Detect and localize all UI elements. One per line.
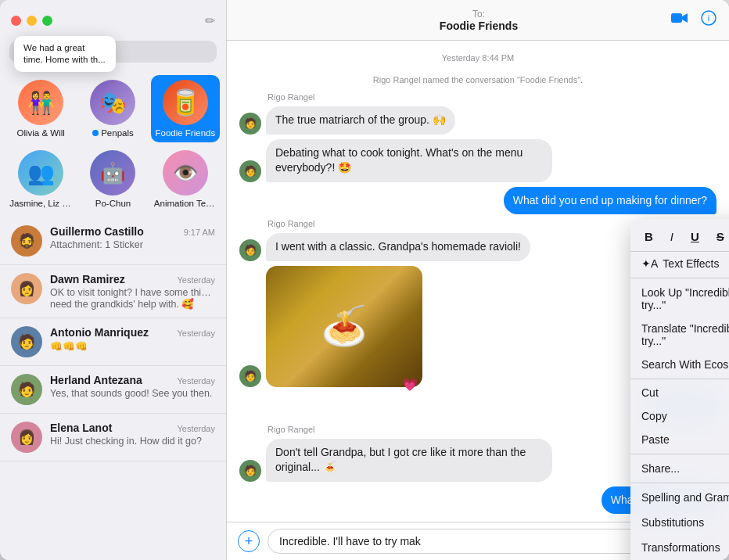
conv-name-dawn: Dawn Ramirez xyxy=(50,273,125,285)
conv-time-dawn: Yesterday xyxy=(177,275,215,285)
image-message-container: 💗 xyxy=(266,266,422,387)
titlebar: ✏ xyxy=(0,0,226,41)
conv-avatar-elena: 👩 xyxy=(11,422,42,453)
avatar-item-jasmine-liz[interactable]: 👥 Jasmine, Liz &... xyxy=(6,145,75,213)
avatar-animation-team: 👁️ xyxy=(163,150,208,196)
msg-avatar-image: 🧑 xyxy=(239,365,261,387)
sender-label-rigo1: Rigo Rangel xyxy=(268,92,716,102)
bold-button[interactable]: B xyxy=(641,228,656,245)
chat-title-area: To: Foodie Friends xyxy=(286,9,671,32)
conv-preview-elena: Hi! Just checking in. How did it go? xyxy=(50,436,215,447)
avatar-tooltip: We had a great time. Home with th... xyxy=(14,36,116,72)
avatar-label-po-chun: Po-Chun xyxy=(95,199,131,208)
separator-3 xyxy=(630,454,729,454)
spelling-item[interactable]: Spelling and Grammar xyxy=(630,485,729,510)
translate-item[interactable]: Translate "Incredible. I'll have to try.… xyxy=(630,317,729,353)
traffic-lights xyxy=(11,16,52,26)
add-attachment-button[interactable]: + xyxy=(238,530,260,552)
paste-item[interactable]: Paste xyxy=(630,428,729,451)
svg-rect-0 xyxy=(671,13,682,23)
svg-text:i: i xyxy=(708,13,709,23)
separator-4 xyxy=(630,483,729,483)
avatar-item-animation-team[interactable]: 👁️ Animation Team xyxy=(151,145,220,213)
conv-preview-antonio: 👊👊👊 xyxy=(50,340,215,352)
format-bar: B I U S xyxy=(630,222,729,252)
conv-content-dawn: Dawn Ramirez Yesterday OK to visit tonig… xyxy=(50,273,215,310)
transformations-item[interactable]: Transformations xyxy=(630,535,729,560)
message-row-3: What did you end up making for dinner? xyxy=(239,187,716,215)
share-item[interactable]: Share... xyxy=(630,457,729,480)
conv-content-guillermo: Guillermo Castillo 9:17 AM Attachment: 1… xyxy=(50,225,215,250)
msg-avatar-2: 🧑 xyxy=(239,160,261,182)
paste-label: Paste xyxy=(641,433,670,446)
avatar-item-penpals[interactable]: 🎭 Penpals xyxy=(78,75,147,142)
avatar-label-foodie-friends: Foodie Friends xyxy=(155,128,215,138)
text-effects-icon: ✦A xyxy=(641,257,658,270)
system-message: Rigo Rangel named the conversation "Food… xyxy=(239,75,716,84)
conv-content-elena: Elena Lanot Yesterday Hi! Just checking … xyxy=(50,422,215,447)
header-icons: i xyxy=(671,10,716,30)
bubble-7: Don't tell Grandpa, but I got cre like i… xyxy=(266,439,552,482)
message-row-1: 🧑 The true matriarch of the group. 🙌 xyxy=(239,106,716,135)
text-effects-item[interactable]: ✦A Text Effects › Big Small Shake Nod Ex… xyxy=(630,252,729,275)
conv-name-herland: Herland Antezana xyxy=(50,374,142,386)
avatar-po-chun: 🤖 xyxy=(90,150,135,196)
avatar-item-foodie-friends[interactable]: 🥫 Foodie Friends xyxy=(151,75,220,142)
avatar-label-penpals: Penpals xyxy=(92,128,134,138)
msg-avatar-4: 🧑 xyxy=(239,239,261,261)
spelling-label: Spelling and Grammar xyxy=(641,491,729,504)
conv-preview-guillermo: Attachment: 1 Sticker xyxy=(50,239,215,250)
close-button[interactable] xyxy=(11,16,21,26)
conv-avatar-guillermo: 🧔 xyxy=(11,225,42,257)
minimize-button[interactable] xyxy=(27,16,37,26)
conv-item-antonio[interactable]: 🧑 Antonio Manriquez Yesterday 👊👊👊 xyxy=(0,318,226,366)
maximize-button[interactable] xyxy=(42,16,52,26)
msg-avatar-7: 🧑 xyxy=(239,460,261,482)
food-image xyxy=(266,266,422,387)
conv-content-antonio: Antonio Manriquez Yesterday 👊👊👊 xyxy=(50,326,215,352)
avatar-label-olivia-will: Olivia & Will xyxy=(16,128,64,138)
message-input[interactable] xyxy=(268,529,691,554)
copy-item[interactable]: Copy xyxy=(630,404,729,428)
bubble-4: I went with a classic. Grandpa's homemad… xyxy=(266,233,530,261)
message-row-2: 🧑 Debating what to cook tonight. What's … xyxy=(239,139,716,182)
bubble-3: What did you end up making for dinner? xyxy=(504,187,716,215)
main-content: To: Foodie Friends i xyxy=(227,0,729,560)
underline-button[interactable]: U xyxy=(688,228,702,245)
avatar-olivia-will: 👫 xyxy=(18,80,63,125)
avatar-foodie-friends: 🥫 xyxy=(163,80,208,125)
video-call-button[interactable] xyxy=(671,10,688,30)
conv-avatar-antonio: 🧑 xyxy=(11,326,42,357)
conv-preview-herland: Yes, that sounds good! See you then. xyxy=(50,388,215,399)
search-ecosia-item[interactable]: Search With Ecosia xyxy=(630,353,729,376)
text-effects-label: Text Effects xyxy=(663,257,719,270)
context-menu: B I U S ✦A Text Effects › Big Small Shak… xyxy=(630,219,729,560)
conv-item-herland[interactable]: 🧑 Herland Antezana Yesterday Yes, that s… xyxy=(0,366,226,414)
search-ecosia-label: Search With Ecosia xyxy=(641,358,729,371)
look-up-item[interactable]: Look Up "Incredible. I'll have to try...… xyxy=(630,281,729,317)
avatar-penpals: 🎭 xyxy=(90,80,135,125)
cut-item[interactable]: Cut xyxy=(630,381,729,404)
bubble-1: The true matriarch of the group. 🙌 xyxy=(266,106,455,135)
avatar-grid: 👫 Olivia & Will We had a great time. Hom… xyxy=(0,70,226,217)
app-window: ✏ 🔍 👫 Olivia & Will We had a great time.… xyxy=(0,0,729,560)
to-label: To: xyxy=(472,9,485,20)
sidebar: ✏ 🔍 👫 Olivia & Will We had a great time.… xyxy=(0,0,227,560)
avatar-item-po-chun[interactable]: 🤖 Po-Chun xyxy=(78,145,147,213)
italic-button[interactable]: I xyxy=(667,228,677,245)
compose-button[interactable]: ✏ xyxy=(205,13,215,28)
conv-item-dawn[interactable]: 👩 Dawn Ramirez Yesterday OK to visit ton… xyxy=(0,265,226,318)
conv-item-elena[interactable]: 👩 Elena Lanot Yesterday Hi! Just checkin… xyxy=(0,414,226,461)
conv-item-guillermo[interactable]: 🧔 Guillermo Castillo 9:17 AM Attachment:… xyxy=(0,217,226,265)
transformations-label: Transformations xyxy=(641,541,720,554)
conversation-list: 🧔 Guillermo Castillo 9:17 AM Attachment:… xyxy=(0,217,226,560)
strikethrough-button[interactable]: S xyxy=(713,228,727,245)
avatar-jasmine-liz: 👥 xyxy=(18,150,63,196)
conv-preview-dawn: OK to visit tonight? I have some things … xyxy=(50,287,215,298)
cut-label: Cut xyxy=(641,386,659,399)
info-button[interactable]: i xyxy=(701,10,716,30)
substitutions-item[interactable]: Substitutions xyxy=(630,510,729,535)
avatar-item-olivia-will[interactable]: 👫 Olivia & Will We had a great time. Hom… xyxy=(6,75,75,142)
conv-time-elena: Yesterday xyxy=(177,424,215,433)
conv-preview2-dawn: need the grandkids' help with. 🥰 xyxy=(50,298,215,310)
